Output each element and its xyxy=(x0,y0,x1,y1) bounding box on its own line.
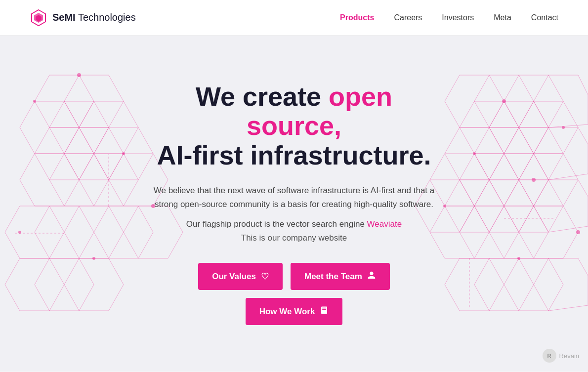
nav-item-contact[interactable]: Contact xyxy=(531,13,558,22)
svg-marker-36 xyxy=(489,154,548,206)
our-values-label: Our Values xyxy=(212,272,256,282)
svg-marker-17 xyxy=(64,206,124,258)
svg-point-56 xyxy=(92,257,95,260)
hero-flagship: Our flagship product is the vector searc… xyxy=(146,219,442,229)
nav-item-investors[interactable]: Investors xyxy=(442,13,474,22)
heart-icon: ♡ xyxy=(261,271,269,282)
our-values-button[interactable]: Our Values ♡ xyxy=(198,263,283,290)
meet-team-label: Meet the Team xyxy=(304,272,362,282)
nav-item-products[interactable]: Products xyxy=(340,13,374,22)
svg-marker-40 xyxy=(474,180,534,232)
svg-marker-48 xyxy=(474,258,534,311)
svg-marker-41 xyxy=(504,180,563,232)
svg-marker-42 xyxy=(534,180,588,232)
hero-content: We create open source, AI-first infrastr… xyxy=(136,52,452,355)
svg-marker-15 xyxy=(5,206,64,258)
logo-icon xyxy=(30,9,47,27)
navbar: SeMI Technologies Products Careers Inves… xyxy=(0,0,588,36)
svg-marker-32 xyxy=(504,127,563,180)
svg-point-58 xyxy=(562,126,565,129)
hero-section: .hex-line { fill: none; stroke: #e91e8c;… xyxy=(0,36,588,372)
svg-marker-47 xyxy=(445,258,504,311)
svg-marker-6 xyxy=(49,101,109,154)
svg-marker-25 xyxy=(504,75,563,127)
svg-marker-37 xyxy=(519,154,578,206)
book-icon xyxy=(320,306,329,317)
svg-marker-46 xyxy=(519,206,578,258)
svg-marker-29 xyxy=(519,101,578,154)
nav-links: Products Careers Investors Meta Contact xyxy=(340,13,558,22)
svg-marker-50 xyxy=(534,258,588,311)
svg-point-53 xyxy=(122,152,125,155)
nav-item-careers[interactable]: Careers xyxy=(394,13,422,22)
hero-buttons: Our Values ♡ Meet the Team How We Work xyxy=(146,263,442,325)
svg-marker-5 xyxy=(20,101,79,154)
svg-point-57 xyxy=(502,99,506,103)
svg-marker-33 xyxy=(534,127,588,180)
svg-point-52 xyxy=(33,100,36,103)
hero-title-line2: AI-first infrastructure. xyxy=(157,140,431,170)
svg-marker-20 xyxy=(5,258,64,311)
hero-title-plain: We create xyxy=(196,82,329,111)
meet-the-team-button[interactable]: Meet the Team xyxy=(291,263,390,290)
svg-point-62 xyxy=(517,257,520,260)
svg-marker-28 xyxy=(489,101,548,154)
svg-marker-49 xyxy=(504,258,563,311)
svg-point-63 xyxy=(576,230,580,234)
svg-marker-30 xyxy=(445,127,504,180)
person-icon xyxy=(367,271,376,282)
svg-marker-45 xyxy=(489,206,548,258)
weaviate-link[interactable]: Weaviate xyxy=(367,219,402,229)
how-we-work-button[interactable]: How We Work xyxy=(246,298,343,325)
svg-marker-3 xyxy=(35,75,94,127)
logo[interactable]: SeMI Technologies xyxy=(30,9,136,27)
revain-label: Revain xyxy=(559,352,579,360)
hero-company-line: This is our company website xyxy=(146,233,442,243)
nav-item-meta[interactable]: Meta xyxy=(494,13,511,22)
svg-marker-26 xyxy=(534,75,588,127)
svg-point-51 xyxy=(77,73,81,77)
svg-point-59 xyxy=(473,152,476,155)
svg-marker-35 xyxy=(460,154,519,206)
how-we-work-label: How We Work xyxy=(259,307,315,317)
hero-title: We create open source, AI-first infrastr… xyxy=(146,82,442,170)
svg-marker-23 xyxy=(445,75,504,127)
svg-marker-44 xyxy=(460,206,519,258)
svg-marker-7 xyxy=(79,101,138,154)
svg-marker-8 xyxy=(35,127,94,180)
svg-marker-12 xyxy=(49,154,109,206)
hero-subtitle: We believe that the next wave of softwar… xyxy=(146,184,442,211)
svg-marker-22 xyxy=(64,258,124,311)
svg-marker-21 xyxy=(35,258,94,311)
svg-point-55 xyxy=(18,231,21,234)
svg-marker-31 xyxy=(474,127,534,180)
svg-marker-4 xyxy=(64,75,124,127)
svg-marker-13 xyxy=(79,154,138,206)
svg-point-60 xyxy=(532,178,536,182)
svg-marker-11 xyxy=(20,154,79,206)
hero-flagship-text: Our flagship product is the vector searc… xyxy=(186,219,367,229)
svg-marker-24 xyxy=(474,75,534,127)
svg-marker-9 xyxy=(64,127,124,180)
svg-marker-39 xyxy=(445,180,504,232)
svg-marker-27 xyxy=(460,101,519,154)
logo-text: SeMI Technologies xyxy=(52,12,136,23)
svg-marker-16 xyxy=(35,206,94,258)
revain-badge: R Revain xyxy=(543,349,579,363)
revain-logo: R xyxy=(543,349,556,363)
